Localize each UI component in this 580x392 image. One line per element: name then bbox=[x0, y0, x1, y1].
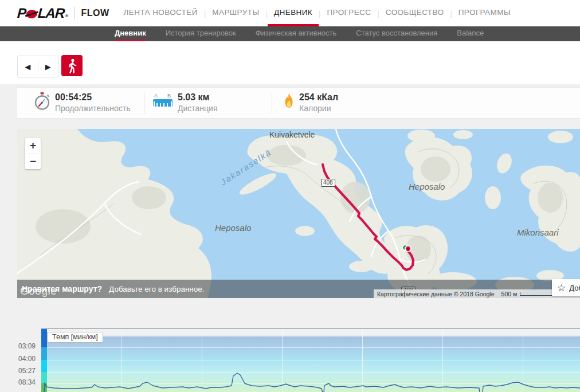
pace-chart: 03:0904:0005:2708:34 Темп [мин/км] bbox=[0, 328, 580, 392]
stat-calories: 254 кКал Калории bbox=[284, 92, 338, 113]
walking-person-icon bbox=[65, 58, 79, 73]
distance-label: Дистанция bbox=[178, 103, 218, 113]
map-scale: 500 м bbox=[498, 291, 557, 297]
google-logo: Google bbox=[20, 285, 57, 297]
summary-stats-bar: 00:54:25 Продолжительность АВ 5.03 км Ди… bbox=[17, 87, 580, 119]
add-favorite-button[interactable]: ☆ Добавить bbox=[552, 279, 580, 296]
scale-bar bbox=[520, 292, 553, 296]
pace-plot-area[interactable]: Темп [мин/км] bbox=[41, 328, 580, 392]
previous-session-button[interactable]: ◀ bbox=[18, 56, 38, 77]
pace-tick-label: 03:09 bbox=[0, 342, 36, 350]
next-session-button[interactable]: ▶ bbox=[38, 56, 58, 77]
top-nav-item-1[interactable]: ЛЕНТА НОВОСТЕЙ bbox=[117, 0, 204, 26]
top-nav-item-3[interactable]: ДНЕВНИК bbox=[268, 0, 319, 26]
stats-divider bbox=[144, 92, 144, 114]
top-nav-item-4[interactable]: ПРОГРЕСС bbox=[320, 0, 377, 26]
pace-line bbox=[44, 373, 580, 392]
map-zoom-control: + − bbox=[25, 138, 41, 169]
calories-label: Калории bbox=[299, 103, 338, 113]
top-nav-items: ЛЕНТА НОВОСТЕЙ|МАРШРУТЫ|ДНЕВНИК|ПРОГРЕСС… bbox=[117, 0, 518, 26]
route-map[interactable]: KuivaketveleJakaraselkäHeposaloHeposaloM… bbox=[17, 129, 580, 298]
sub-nav-item-4[interactable]: Статус восстановления bbox=[356, 26, 437, 41]
top-nav-item-6[interactable]: ПРОГРАММЫ bbox=[452, 0, 517, 26]
pace-line-canvas bbox=[41, 329, 580, 392]
duration-label: Продолжительность bbox=[55, 103, 131, 113]
map-copyright: Картографические данные © 2018 Google bbox=[374, 291, 498, 297]
zoom-in-button[interactable]: + bbox=[25, 138, 41, 154]
stat-duration: 00:54:25 Продолжительность bbox=[34, 92, 131, 113]
sub-nav-item-2[interactable]: История тренировок bbox=[166, 26, 236, 41]
pace-tick-label: 08:34 bbox=[0, 378, 36, 386]
flow-wordmark[interactable]: FLOW bbox=[81, 8, 109, 18]
flame-icon bbox=[284, 92, 294, 111]
stat-distance: АВ 5.03 км Дистанция bbox=[153, 92, 218, 113]
pace-tick-label: 05:27 bbox=[0, 367, 36, 375]
sub-nav-item-1[interactable]: Дневник bbox=[115, 26, 146, 41]
sub-nav-item-3[interactable]: Физическая активность bbox=[256, 26, 337, 41]
road-number-sign: 408 bbox=[321, 179, 335, 187]
polar-logo-o bbox=[26, 10, 37, 18]
session-header: ◀ ▶ Ходьба Суббота, Июнь 2, 2018 07:25 |… bbox=[0, 41, 580, 84]
polar-logo[interactable]: PLAR® bbox=[17, 5, 68, 21]
top-nav-item-5[interactable]: СООБЩЕСТВО bbox=[379, 0, 450, 26]
top-nav-item-2[interactable]: МАРШРУТЫ bbox=[206, 0, 265, 26]
sub-navigation: ДневникИстория тренировокФизическая акти… bbox=[0, 26, 580, 41]
logo-divider bbox=[74, 7, 75, 19]
favorite-hint: Добавьте его в избранное. bbox=[109, 285, 205, 293]
distance-ab-ruler-icon: АВ bbox=[153, 92, 173, 113]
top-navigation: PLAR® FLOW ЛЕНТА НОВОСТЕЙ|МАРШРУТЫ|ДНЕВН… bbox=[0, 0, 580, 27]
pace-tick-label: 04:00 bbox=[0, 355, 36, 363]
duration-value: 00:54:25 bbox=[55, 92, 131, 103]
chart-legend: Темп [мин/км] bbox=[47, 332, 103, 343]
distance-value: 5.03 км bbox=[178, 92, 218, 103]
session-pager: ◀ ▶ bbox=[17, 56, 58, 77]
stopwatch-icon bbox=[34, 92, 50, 111]
add-favorite-label: Добавить bbox=[569, 284, 580, 292]
map-canvas bbox=[17, 129, 580, 298]
sub-nav-item-5[interactable]: Balance bbox=[457, 26, 484, 41]
walking-sport-icon bbox=[61, 55, 83, 76]
map-attribution: Картографические данные © 2018 Google 50… bbox=[374, 289, 580, 298]
stats-divider bbox=[272, 92, 272, 114]
calories-value: 254 кКал bbox=[299, 92, 338, 103]
zoom-out-button[interactable]: − bbox=[25, 154, 41, 170]
route-end-dot bbox=[407, 248, 409, 249]
star-icon: ☆ bbox=[557, 282, 566, 294]
